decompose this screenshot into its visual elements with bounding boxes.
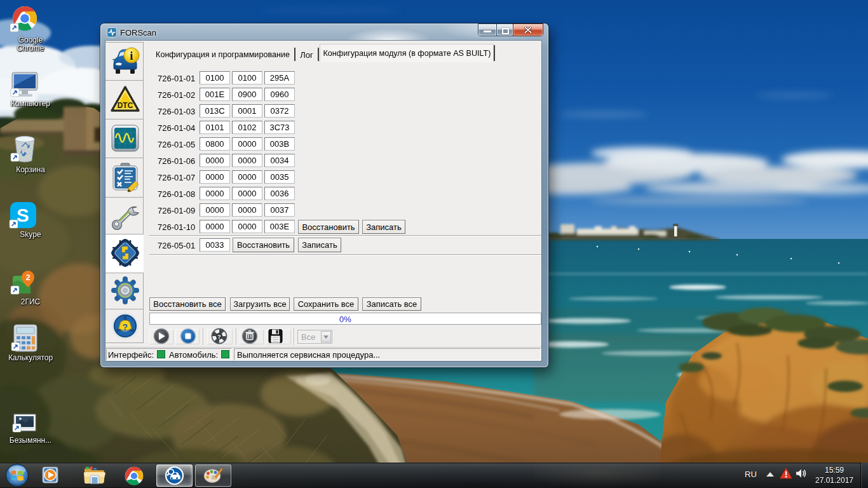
svg-text:i: i — [130, 49, 133, 62]
svg-text:?: ? — [123, 322, 128, 332]
svg-text:2: 2 — [25, 273, 30, 282]
svg-text:S: S — [17, 205, 29, 226]
svg-text:?: ? — [217, 333, 221, 340]
svg-text:DTC: DTC — [118, 101, 133, 110]
